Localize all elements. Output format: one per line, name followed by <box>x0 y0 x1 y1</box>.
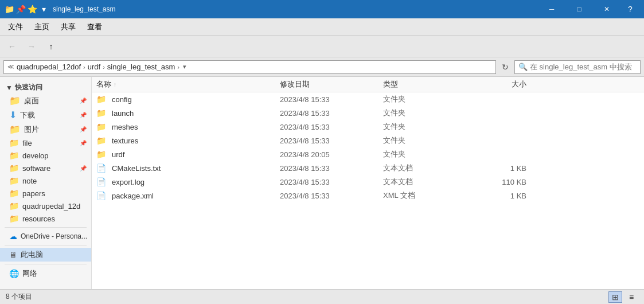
menu-home[interactable]: 主页 <box>29 20 55 34</box>
file-date: 2023/4/8 20:05 <box>280 150 330 159</box>
menu-share[interactable]: 共享 <box>55 20 81 34</box>
file-size: 110 KB <box>502 178 526 186</box>
toolbar: ← → ↑ <box>0 36 644 57</box>
path-separator-1: › <box>83 64 85 71</box>
file-type-cell: 文件夹 <box>383 122 469 132</box>
sidebar-resources-label: resources <box>22 215 55 223</box>
sidebar-separator-2 <box>5 245 87 245</box>
path-part-1[interactable]: quadrupedal_12dof <box>15 63 82 71</box>
sidebar-develop-label: develop <box>22 151 49 160</box>
file-size-cell: 1 KB <box>469 164 526 173</box>
sidebar-item-pictures[interactable]: 📁 图片 📌 <box>0 122 91 137</box>
table-row[interactable]: 📁 textures 2023/4/8 15:33 文件夹 <box>92 134 644 147</box>
close-button[interactable]: ✕ <box>594 0 620 18</box>
minimize-button[interactable]: ─ <box>538 0 565 18</box>
menu-file[interactable]: 文件 <box>2 20 29 34</box>
header-size[interactable]: 大小 <box>469 79 526 89</box>
header-name-label: 名称 <box>96 79 111 89</box>
sidebar-item-network[interactable]: 🌐 网络 <box>0 267 91 280</box>
file-type: 文件夹 <box>383 149 405 159</box>
sidebar-network-label: 网络 <box>22 268 37 279</box>
menu-view[interactable]: 查看 <box>81 20 108 34</box>
menu-bar: 文件 主页 共享 查看 <box>0 18 644 36</box>
sidebar-quadrupedal-label: quadrupedal_12d <box>22 202 80 211</box>
path-part-3[interactable]: single_leg_test_asm <box>106 63 177 71</box>
title-dropdown-icon[interactable]: ▾ <box>39 5 48 14</box>
file-list-header: 名称 ↑ 修改日期 类型 大小 <box>92 77 644 92</box>
file-date: 2023/4/8 15:33 <box>280 192 330 200</box>
search-input[interactable] <box>530 63 637 71</box>
sidebar-item-quadrupedal[interactable]: 📁 quadrupedal_12d <box>0 200 91 212</box>
file-date-cell: 2023/4/8 15:33 <box>280 164 383 173</box>
sidebar-item-file[interactable]: 📁 file 📌 <box>0 137 91 149</box>
sidebar-item-note[interactable]: 📁 note <box>0 174 91 187</box>
note-icon: 📁 <box>9 176 19 185</box>
path-part-2[interactable]: urdf <box>87 63 102 71</box>
title-folder-icon: 📁 <box>5 5 14 14</box>
view-controls: ⊞ ≡ <box>608 291 638 303</box>
path-dropdown-btn[interactable]: ▾ <box>181 63 189 71</box>
file-name: export.log <box>112 178 145 186</box>
file-date-cell: 2023/4/8 15:33 <box>280 137 383 145</box>
sidebar-note-label: note <box>22 177 37 185</box>
file-type: 文件夹 <box>383 94 405 104</box>
sidebar-item-papers[interactable]: 📁 papers <box>0 187 91 200</box>
table-row[interactable]: 📁 meshes 2023/4/8 15:33 文件夹 <box>92 120 644 134</box>
table-row[interactable]: 📁 config 2023/4/8 15:33 文件夹 <box>92 92 644 106</box>
pin-icon-downloads: 📌 <box>80 112 87 118</box>
file-type-cell: 文件夹 <box>383 108 469 118</box>
sidebar: ▼ 快速访问 📁 桌面 📌 ⬇ 下载 📌 📁 图片 📌 📁 file 📌 📁 d… <box>0 77 92 289</box>
maximize-button[interactable]: □ <box>566 0 592 18</box>
header-name[interactable]: 名称 ↑ <box>96 79 280 89</box>
file-type: XML 文档 <box>383 190 415 201</box>
sidebar-item-resources[interactable]: 📁 resources <box>0 212 91 225</box>
sidebar-papers-label: papers <box>22 189 45 198</box>
file-name: launch <box>112 109 134 118</box>
sidebar-item-software[interactable]: 📁 software 📌 <box>0 162 91 174</box>
sidebar-item-downloads[interactable]: ⬇ 下载 📌 <box>0 108 91 122</box>
table-row[interactable]: 📄 package.xml 2023/4/8 15:33 XML 文档 1 KB <box>92 189 644 202</box>
up-button[interactable]: ↑ <box>42 38 60 54</box>
file-name: config <box>112 95 132 104</box>
file-name-cell: 📄 export.log <box>96 177 280 186</box>
file-icon: 📁 <box>96 95 106 104</box>
forward-button[interactable]: → <box>23 38 40 54</box>
sidebar-item-desktop[interactable]: 📁 桌面 📌 <box>0 93 91 108</box>
address-path[interactable]: ≪ quadrupedal_12dof › urdf › single_leg_… <box>3 60 496 74</box>
desktop-icon: 📁 <box>9 95 21 106</box>
title-bar: 📁 📌 ⭐ ▾ single_leg_test_asm ─ □ ✕ ? <box>0 0 644 18</box>
header-date-label: 修改日期 <box>280 79 310 89</box>
quick-access-label: ▼ 快速访问 <box>0 80 91 93</box>
file-icon: 📁 <box>96 136 106 145</box>
file-date-cell: 2023/4/8 15:33 <box>280 123 383 131</box>
file-name-cell: 📁 urdf <box>96 150 280 159</box>
large-icons-view-btn[interactable]: ⊞ <box>608 291 622 303</box>
thispc-icon: 🖥 <box>9 250 17 259</box>
file-type-cell: 文件夹 <box>383 135 469 146</box>
file-date-cell: 2023/4/8 15:33 <box>280 178 383 186</box>
table-row[interactable]: 📁 urdf 2023/4/8 20:05 文件夹 <box>92 147 644 161</box>
table-row[interactable]: 📄 export.log 2023/4/8 15:33 文本文档 110 KB <box>92 175 644 189</box>
back-button[interactable]: ← <box>3 38 21 54</box>
onedrive-icon: ☁ <box>9 232 17 241</box>
sidebar-file-label: file <box>22 139 32 147</box>
file-icon: 📄 <box>96 191 106 200</box>
file-name: meshes <box>112 123 138 131</box>
header-type[interactable]: 类型 <box>383 79 469 89</box>
sidebar-pictures-label: 图片 <box>24 124 39 135</box>
sidebar-item-thispc[interactable]: 🖥 此电脑 <box>0 248 91 262</box>
sidebar-item-develop[interactable]: 📁 develop <box>0 149 91 162</box>
file-name-cell: 📄 package.xml <box>96 191 280 200</box>
details-view-btn[interactable]: ≡ <box>625 291 638 303</box>
file-name-cell: 📁 config <box>96 95 280 104</box>
sidebar-item-onedrive[interactable]: ☁ OneDrive - Persona... <box>0 230 91 243</box>
header-size-label: 大小 <box>512 79 526 89</box>
refresh-button[interactable]: ↻ <box>498 60 512 74</box>
sidebar-separator-3 <box>5 264 87 264</box>
header-date[interactable]: 修改日期 <box>280 79 383 89</box>
help-button[interactable]: ? <box>621 0 639 18</box>
file-type-cell: XML 文档 <box>383 190 469 201</box>
pin-icon-file: 📌 <box>80 140 87 146</box>
table-row[interactable]: 📄 CMakeLists.txt 2023/4/8 15:33 文本文档 1 K… <box>92 161 644 175</box>
table-row[interactable]: 📁 launch 2023/4/8 15:33 文件夹 <box>92 106 644 120</box>
